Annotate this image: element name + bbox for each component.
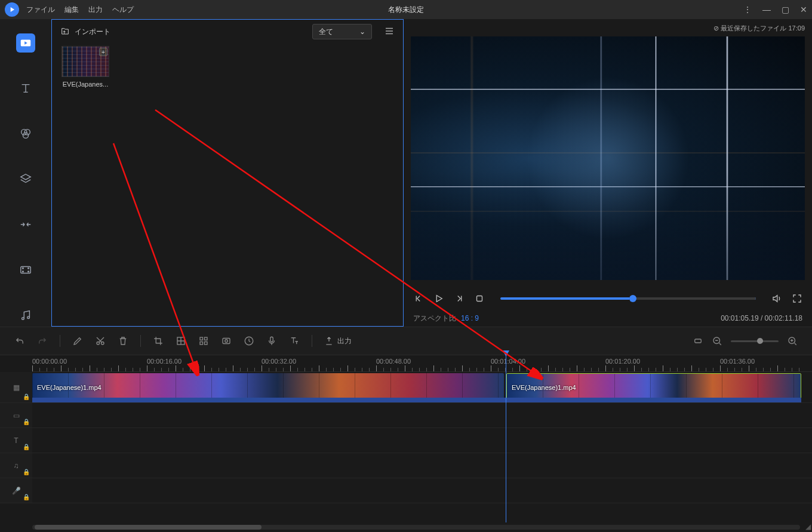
zoom-in-button[interactable]	[787, 336, 798, 346]
aspect-ratio-value[interactable]: 16 : 9	[461, 314, 479, 322]
timeline-tracks: ▦ 🔒 EVE(Japanese)1.mp4 EVE(Japanese)1.mp…	[0, 372, 812, 503]
seek-bar[interactable]	[500, 297, 756, 300]
voiceover-button[interactable]	[266, 336, 277, 346]
preview-canvas[interactable]	[411, 36, 805, 280]
svg-rect-23	[695, 339, 702, 343]
titlebar: ファイル 編集 出力 ヘルプ 名称未設定 ⋮ — ▢ ✕	[0, 0, 812, 19]
cut-button[interactable]	[95, 336, 106, 346]
audio-track-head[interactable]: ♫🔒	[0, 453, 32, 478]
sidebar-text-icon[interactable]	[16, 79, 35, 98]
voice-track-body[interactable]	[32, 478, 812, 503]
svg-point-2	[24, 130, 30, 135]
resize-grip[interactable]: ◢	[805, 522, 811, 531]
menu-help[interactable]: ヘルプ	[112, 5, 134, 15]
video-track: ▦ 🔒 EVE(Japanese)1.mp4 EVE(Japanese)1.mp…	[0, 372, 812, 403]
media-item[interactable]: + EVE(Japanes...	[60, 46, 110, 88]
media-item-label: EVE(Japanes...	[60, 81, 110, 88]
voice-track: 🎤🔒	[0, 478, 812, 503]
menu-file[interactable]: ファイル	[26, 5, 55, 15]
edit-tool-button[interactable]	[72, 336, 83, 346]
svg-rect-4	[21, 267, 31, 273]
grid-button[interactable]	[198, 336, 209, 346]
fullscreen-button[interactable]	[792, 293, 802, 304]
svg-rect-18	[205, 342, 208, 345]
svg-rect-15	[200, 337, 203, 340]
view-mode-toggle[interactable]	[384, 26, 395, 38]
stop-button[interactable]	[474, 293, 485, 304]
svg-rect-17	[200, 342, 203, 345]
timeline-clip-2[interactable]: EVE(Japanese)1.mp4	[506, 373, 801, 401]
media-filter-dropdown[interactable]: 全て ⌄	[312, 24, 372, 39]
overlay-track-head[interactable]: ▭🔒	[0, 403, 32, 428]
lock-icon[interactable]: 🔒	[23, 494, 30, 500]
sidebar-elements-icon[interactable]	[16, 260, 35, 279]
lock-icon[interactable]: 🔒	[23, 393, 30, 400]
timeline-clip-1[interactable]: EVE(Japanese)1.mp4	[32, 373, 504, 401]
overlay-track-icon: ▭	[13, 411, 20, 420]
voice-track-head[interactable]: 🎤🔒	[0, 478, 32, 503]
undo-button[interactable]	[14, 336, 25, 346]
menu-output[interactable]: 出力	[88, 5, 103, 15]
sidebar-audio-icon[interactable]	[16, 306, 35, 325]
play-button[interactable]	[433, 293, 444, 304]
zoom-fit-button[interactable]	[693, 336, 703, 346]
text-track-head[interactable]: T🔒	[0, 428, 32, 453]
svg-point-3	[23, 133, 28, 138]
transport-controls	[411, 287, 805, 310]
svg-rect-16	[205, 337, 208, 340]
volume-button[interactable]	[771, 293, 782, 304]
text-to-speech-button[interactable]	[289, 336, 300, 346]
timeline-toolbar: 出力	[0, 327, 812, 355]
svg-rect-22	[270, 337, 273, 342]
mosaic-button[interactable]	[176, 336, 186, 346]
text-track: T🔒	[0, 428, 812, 453]
timeline: 00:00:00.00 00:00:16.00 00:00:32.00 00:0…	[0, 355, 812, 503]
video-track-body[interactable]: EVE(Japanese)1.mp4 EVE(Japanese)1.mp4	[32, 372, 812, 402]
menu-edit[interactable]: 編集	[64, 5, 79, 15]
add-to-timeline-icon[interactable]: +	[99, 48, 107, 56]
zoom-out-button[interactable]	[712, 336, 722, 346]
playhead[interactable]	[506, 355, 506, 522]
chevron-down-icon: ⌄	[359, 27, 365, 36]
clip-label: EVE(Japanese)1.mp4	[37, 384, 102, 391]
sidebar-filter-icon[interactable]	[16, 124, 35, 143]
next-frame-button[interactable]	[454, 293, 465, 304]
playback-time: 00:01:05.19 / 00:02:11.18	[721, 314, 802, 322]
lock-icon[interactable]: 🔒	[23, 469, 30, 475]
clip-label: EVE(Japanese)1.mp4	[512, 384, 576, 391]
audio-track-body[interactable]	[32, 453, 812, 478]
video-track-icon: ▦	[13, 383, 20, 392]
sidebar-media-icon[interactable]	[16, 33, 35, 53]
maximize-button[interactable]: ▢	[782, 5, 789, 14]
audio-track: ♫🔒	[0, 453, 812, 478]
svg-rect-19	[223, 339, 230, 344]
svg-point-10	[27, 316, 30, 319]
more-icon[interactable]: ⋮	[743, 5, 752, 14]
preview-panel: ⊘ 最近保存したファイル 17:09 アスペクト比 16 : 9 00:01:0…	[404, 19, 812, 327]
svg-point-20	[225, 340, 228, 343]
sidebar-overlay-icon[interactable]	[16, 170, 35, 189]
svg-point-6	[23, 271, 24, 272]
prev-frame-button[interactable]	[413, 293, 424, 304]
speed-button[interactable]	[244, 336, 254, 346]
main-menu: ファイル 編集 出力 ヘルプ	[26, 5, 134, 15]
overlay-track-body[interactable]	[32, 403, 812, 428]
minimize-button[interactable]: —	[762, 5, 771, 14]
redo-button[interactable]	[37, 336, 48, 346]
video-track-head[interactable]: ▦ 🔒	[0, 372, 32, 402]
timeline-scrollbar[interactable]	[32, 525, 800, 530]
close-button[interactable]: ✕	[800, 5, 807, 14]
timeline-ruler[interactable]: 00:00:00.00 00:00:16.00 00:00:32.00 00:0…	[32, 355, 812, 372]
lock-icon[interactable]: 🔒	[23, 444, 30, 450]
sidebar-transition-icon[interactable]	[16, 215, 35, 234]
import-button[interactable]: インポート	[60, 27, 110, 37]
delete-button[interactable]	[118, 336, 128, 346]
record-button[interactable]	[221, 336, 232, 346]
export-button[interactable]: 出力	[324, 336, 352, 346]
text-track-body[interactable]	[32, 428, 812, 453]
lock-icon[interactable]: 🔒	[23, 419, 30, 425]
zoom-slider[interactable]	[731, 340, 779, 342]
app-logo	[5, 2, 19, 17]
crop-button[interactable]	[153, 336, 164, 346]
media-panel: インポート 全て ⌄ + EVE(Japanes...	[51, 19, 404, 327]
